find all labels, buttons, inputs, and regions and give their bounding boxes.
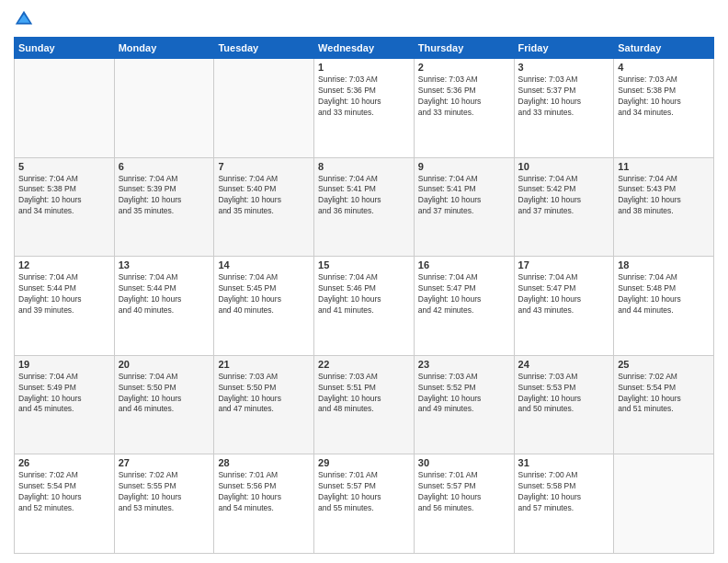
header xyxy=(14,9,714,29)
calendar-cell: 4Sunrise: 7:03 AM Sunset: 5:38 PM Daylig… xyxy=(614,59,714,158)
calendar-cell: 22Sunrise: 7:03 AM Sunset: 5:51 PM Dayli… xyxy=(314,355,415,454)
calendar-week-2: 5Sunrise: 7:04 AM Sunset: 5:38 PM Daylig… xyxy=(15,157,714,257)
day-info: Sunrise: 7:04 AM Sunset: 5:44 PM Dayligh… xyxy=(18,272,110,316)
calendar-cell: 11Sunrise: 7:04 AM Sunset: 5:43 PM Dayli… xyxy=(614,157,714,257)
day-number: 19 xyxy=(18,359,110,370)
day-number: 23 xyxy=(418,359,510,370)
logo xyxy=(14,9,38,29)
calendar-cell: 12Sunrise: 7:04 AM Sunset: 5:44 PM Dayli… xyxy=(15,257,115,356)
calendar-cell: 13Sunrise: 7:04 AM Sunset: 5:44 PM Dayli… xyxy=(114,257,214,356)
day-number: 25 xyxy=(618,359,710,370)
day-number: 29 xyxy=(318,457,410,468)
calendar-cell: 31Sunrise: 7:00 AM Sunset: 5:58 PM Dayli… xyxy=(514,454,614,554)
day-info: Sunrise: 7:04 AM Sunset: 5:41 PM Dayligh… xyxy=(418,174,510,218)
day-info: Sunrise: 7:04 AM Sunset: 5:50 PM Dayligh… xyxy=(119,372,210,416)
calendar-cell: 2Sunrise: 7:03 AM Sunset: 5:36 PM Daylig… xyxy=(414,59,514,158)
day-info: Sunrise: 7:04 AM Sunset: 5:44 PM Dayligh… xyxy=(119,272,210,316)
day-header-wednesday: Wednesday xyxy=(314,38,415,59)
calendar-cell xyxy=(114,59,214,158)
day-header-sunday: Sunday xyxy=(15,38,115,59)
day-info: Sunrise: 7:01 AM Sunset: 5:56 PM Dayligh… xyxy=(218,470,310,514)
calendar-cell: 25Sunrise: 7:02 AM Sunset: 5:54 PM Dayli… xyxy=(614,355,714,454)
day-header-tuesday: Tuesday xyxy=(214,38,314,59)
day-number: 9 xyxy=(418,161,510,172)
day-info: Sunrise: 7:04 AM Sunset: 5:49 PM Dayligh… xyxy=(18,372,110,416)
day-number: 2 xyxy=(418,62,510,73)
calendar-cell: 23Sunrise: 7:03 AM Sunset: 5:52 PM Dayli… xyxy=(414,355,514,454)
day-info: Sunrise: 7:01 AM Sunset: 5:57 PM Dayligh… xyxy=(418,470,510,514)
calendar-week-5: 26Sunrise: 7:02 AM Sunset: 5:54 PM Dayli… xyxy=(15,454,714,554)
calendar-table: SundayMondayTuesdayWednesdayThursdayFrid… xyxy=(14,37,714,554)
day-number: 30 xyxy=(418,457,510,468)
day-info: Sunrise: 7:02 AM Sunset: 5:55 PM Dayligh… xyxy=(119,470,210,514)
day-info: Sunrise: 7:04 AM Sunset: 5:45 PM Dayligh… xyxy=(218,272,310,316)
day-info: Sunrise: 7:04 AM Sunset: 5:47 PM Dayligh… xyxy=(418,272,510,316)
day-number: 17 xyxy=(518,259,610,270)
day-number: 16 xyxy=(418,259,510,270)
calendar-cell: 24Sunrise: 7:03 AM Sunset: 5:53 PM Dayli… xyxy=(514,355,614,454)
day-info: Sunrise: 7:02 AM Sunset: 5:54 PM Dayligh… xyxy=(18,470,110,514)
calendar-cell: 8Sunrise: 7:04 AM Sunset: 5:41 PM Daylig… xyxy=(314,157,415,257)
calendar-cell: 28Sunrise: 7:01 AM Sunset: 5:56 PM Dayli… xyxy=(214,454,314,554)
day-info: Sunrise: 7:03 AM Sunset: 5:52 PM Dayligh… xyxy=(418,372,510,416)
calendar-cell: 16Sunrise: 7:04 AM Sunset: 5:47 PM Dayli… xyxy=(414,257,514,356)
day-number: 22 xyxy=(318,359,410,370)
day-info: Sunrise: 7:03 AM Sunset: 5:38 PM Dayligh… xyxy=(618,75,710,119)
day-info: Sunrise: 7:02 AM Sunset: 5:54 PM Dayligh… xyxy=(618,372,710,416)
day-info: Sunrise: 7:04 AM Sunset: 5:46 PM Dayligh… xyxy=(318,272,410,316)
calendar-cell: 26Sunrise: 7:02 AM Sunset: 5:54 PM Dayli… xyxy=(15,454,115,554)
calendar-cell xyxy=(614,454,714,554)
day-info: Sunrise: 7:04 AM Sunset: 5:43 PM Dayligh… xyxy=(618,174,710,218)
calendar-cell: 7Sunrise: 7:04 AM Sunset: 5:40 PM Daylig… xyxy=(214,157,314,257)
day-number: 15 xyxy=(318,259,410,270)
calendar-cell: 9Sunrise: 7:04 AM Sunset: 5:41 PM Daylig… xyxy=(414,157,514,257)
calendar-cell: 29Sunrise: 7:01 AM Sunset: 5:57 PM Dayli… xyxy=(314,454,415,554)
calendar-cell: 14Sunrise: 7:04 AM Sunset: 5:45 PM Dayli… xyxy=(214,257,314,356)
calendar-cell: 20Sunrise: 7:04 AM Sunset: 5:50 PM Dayli… xyxy=(114,355,214,454)
day-number: 6 xyxy=(119,161,210,172)
day-info: Sunrise: 7:03 AM Sunset: 5:36 PM Dayligh… xyxy=(318,75,410,119)
calendar-week-4: 19Sunrise: 7:04 AM Sunset: 5:49 PM Dayli… xyxy=(15,355,714,454)
day-info: Sunrise: 7:03 AM Sunset: 5:53 PM Dayligh… xyxy=(518,372,610,416)
day-info: Sunrise: 7:04 AM Sunset: 5:39 PM Dayligh… xyxy=(119,174,210,218)
day-number: 28 xyxy=(218,457,310,468)
day-number: 27 xyxy=(119,457,210,468)
day-header-friday: Friday xyxy=(514,38,614,59)
day-number: 11 xyxy=(618,161,710,172)
day-number: 12 xyxy=(18,259,110,270)
day-number: 21 xyxy=(218,359,310,370)
day-number: 8 xyxy=(318,161,410,172)
page: SundayMondayTuesdayWednesdayThursdayFrid… xyxy=(0,0,728,563)
calendar-cell xyxy=(214,59,314,158)
day-header-saturday: Saturday xyxy=(614,38,714,59)
day-number: 7 xyxy=(218,161,310,172)
day-info: Sunrise: 7:03 AM Sunset: 5:50 PM Dayligh… xyxy=(218,372,310,416)
day-number: 5 xyxy=(18,161,110,172)
day-number: 10 xyxy=(518,161,610,172)
day-info: Sunrise: 7:03 AM Sunset: 5:37 PM Dayligh… xyxy=(518,75,610,119)
day-number: 1 xyxy=(318,62,410,73)
calendar-cell: 5Sunrise: 7:04 AM Sunset: 5:38 PM Daylig… xyxy=(15,157,115,257)
day-info: Sunrise: 7:03 AM Sunset: 5:51 PM Dayligh… xyxy=(318,372,410,416)
day-number: 20 xyxy=(119,359,210,370)
calendar-cell: 19Sunrise: 7:04 AM Sunset: 5:49 PM Dayli… xyxy=(15,355,115,454)
calendar-week-3: 12Sunrise: 7:04 AM Sunset: 5:44 PM Dayli… xyxy=(15,257,714,356)
calendar-cell: 18Sunrise: 7:04 AM Sunset: 5:48 PM Dayli… xyxy=(614,257,714,356)
day-number: 26 xyxy=(18,457,110,468)
day-info: Sunrise: 7:04 AM Sunset: 5:40 PM Dayligh… xyxy=(218,174,310,218)
calendar-cell: 30Sunrise: 7:01 AM Sunset: 5:57 PM Dayli… xyxy=(414,454,514,554)
day-number: 18 xyxy=(618,259,710,270)
calendar-cell: 17Sunrise: 7:04 AM Sunset: 5:47 PM Dayli… xyxy=(514,257,614,356)
day-header-monday: Monday xyxy=(114,38,214,59)
calendar-cell: 1Sunrise: 7:03 AM Sunset: 5:36 PM Daylig… xyxy=(314,59,415,158)
day-number: 31 xyxy=(518,457,610,468)
day-number: 14 xyxy=(218,259,310,270)
day-header-thursday: Thursday xyxy=(414,38,514,59)
day-info: Sunrise: 7:01 AM Sunset: 5:57 PM Dayligh… xyxy=(318,470,410,514)
calendar-cell: 3Sunrise: 7:03 AM Sunset: 5:37 PM Daylig… xyxy=(514,59,614,158)
calendar-cell: 6Sunrise: 7:04 AM Sunset: 5:39 PM Daylig… xyxy=(114,157,214,257)
calendar-cell: 10Sunrise: 7:04 AM Sunset: 5:42 PM Dayli… xyxy=(514,157,614,257)
logo-icon xyxy=(14,9,34,29)
day-number: 3 xyxy=(518,62,610,73)
day-info: Sunrise: 7:04 AM Sunset: 5:38 PM Dayligh… xyxy=(18,174,110,218)
